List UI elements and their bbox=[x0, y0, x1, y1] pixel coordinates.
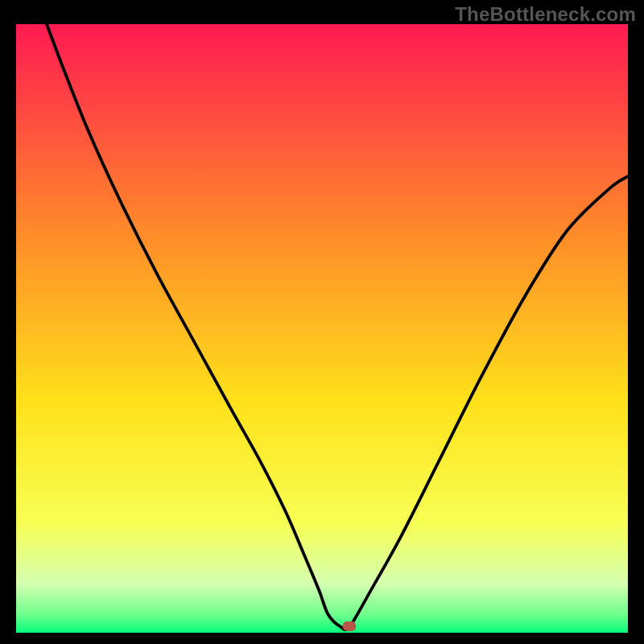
watermark-label: TheBottleneck.com bbox=[455, 3, 636, 26]
chart-container: TheBottleneck.com bbox=[0, 0, 644, 644]
bottleneck-curve bbox=[16, 24, 628, 633]
plot-frame bbox=[16, 24, 628, 633]
plot-area bbox=[16, 24, 628, 633]
optimal-point-marker bbox=[343, 621, 356, 631]
